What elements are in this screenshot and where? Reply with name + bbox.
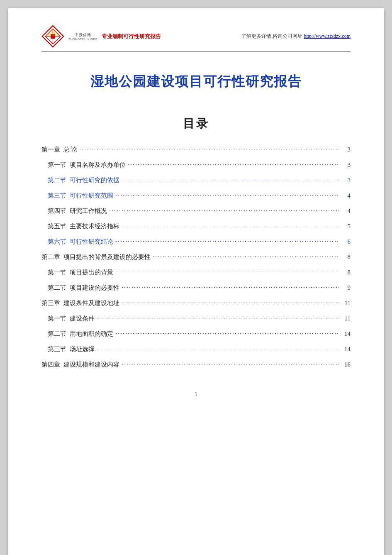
website-link[interactable]: http://www.ztxdzx.com xyxy=(304,33,351,39)
toc-chapter-label: 第四章 建设规模和建设内容 xyxy=(41,359,119,370)
toc-dots xyxy=(121,180,339,180)
header-tagline: 专业编制可行性研究报告 xyxy=(102,33,161,40)
toc-page-number: 3 xyxy=(341,159,351,171)
page-header: 中投信德 ZHONGTOUIXINDE 专业编制可行性研究报告 了解更多详情,咨… xyxy=(41,25,351,51)
toc-list: 第一章 总 论 3 第一节 项目名称及承办单位 3 第二节 可行性研究的依据 3… xyxy=(41,144,351,370)
toc-page-number: 16 xyxy=(341,359,351,370)
toc-item: 第二节 用地面积的确定 14 xyxy=(41,328,351,340)
toc-dots xyxy=(79,149,339,149)
toc-item: 第二节 可行性研究的依据 3 xyxy=(41,175,351,186)
toc-page-number: 4 xyxy=(341,190,351,201)
toc-page-number: 14 xyxy=(341,328,351,340)
toc-item: 第一节 项目名称及承办单位 3 xyxy=(41,159,351,171)
toc-dots xyxy=(121,287,339,288)
toc-chapter-label: 第四节 研究工作概况 xyxy=(41,205,107,217)
toc-item: 第四章 建设规模和建设内容 16 xyxy=(41,359,351,370)
toc-page-number: 11 xyxy=(341,298,351,309)
toc-chapter-label: 第三节 场址选择 xyxy=(41,344,95,355)
toc-item: 第五节 主要技术经济指标 5 xyxy=(41,221,351,232)
toc-item: 第二章 项目提出的背景及建设的必要性 8 xyxy=(41,252,351,263)
header-left: 中投信德 ZHONGTOUIXINDE 专业编制可行性研究报告 xyxy=(41,25,161,48)
toc-item: 第二节 项目建设的必要性 9 xyxy=(41,282,351,293)
toc-chapter-label: 第二节 可行性研究的依据 xyxy=(41,175,119,186)
toc-item: 第三节 场址选择 14 xyxy=(41,344,351,355)
toc-page-number: 6 xyxy=(341,236,351,247)
toc-dots xyxy=(127,164,339,165)
toc-title: 目录 xyxy=(41,116,351,132)
toc-chapter-label: 第一节 项目名称及承办单位 xyxy=(41,159,126,171)
toc-page-number: 11 xyxy=(341,313,351,324)
toc-chapter-label: 第二节 用地面积的确定 xyxy=(41,328,113,340)
toc-chapter-label: 第六节 可行性研究结论 xyxy=(41,236,113,247)
toc-dots xyxy=(96,349,339,349)
main-title: 湿地公园建设项目可行性研究报告 xyxy=(41,72,351,91)
toc-chapter-label: 第二章 项目提出的背景及建设的必要性 xyxy=(41,252,151,263)
toc-dots xyxy=(152,257,339,257)
toc-page-number: 3 xyxy=(341,175,351,186)
toc-chapter-label: 第三章 建设条件及建设地址 xyxy=(41,298,119,309)
toc-chapter-label: 第五节 主要技术经济指标 xyxy=(41,221,119,232)
toc-item: 第一章 总 论 3 xyxy=(41,144,351,155)
toc-dots xyxy=(115,333,339,334)
toc-dots xyxy=(96,318,339,318)
toc-chapter-label: 第二节 项目建设的必要性 xyxy=(41,282,119,293)
toc-dots xyxy=(115,241,339,242)
toc-page-number: 4 xyxy=(341,205,351,217)
toc-dots xyxy=(121,364,339,364)
svg-marker-5 xyxy=(45,29,61,36)
toc-page-number: 8 xyxy=(341,267,351,278)
toc-page-number: 5 xyxy=(341,221,351,232)
toc-item: 第三章 建设条件及建设地址 11 xyxy=(41,298,351,309)
toc-chapter-label: 第三节 可行性研究范围 xyxy=(41,190,113,201)
toc-item: 第一节 建设条件 11 xyxy=(41,313,351,324)
company-name-below-logo: 中投信德 ZHONGTOUIXINDE xyxy=(68,32,97,41)
toc-dots xyxy=(115,195,339,196)
toc-page-number: 9 xyxy=(341,282,351,293)
toc-item: 第一节 项目提出的背景 8 xyxy=(41,267,351,278)
toc-item: 第六节 可行性研究结论 6 xyxy=(41,236,351,247)
toc-page-number: 3 xyxy=(341,144,351,155)
company-logo xyxy=(41,25,64,48)
page-number: 1 xyxy=(41,391,351,398)
toc-dots xyxy=(115,272,339,272)
toc-page-number: 14 xyxy=(341,344,351,355)
toc-dots xyxy=(121,226,339,226)
document-page: 中投信德 ZHONGTOUIXINDE 专业编制可行性研究报告 了解更多详情,咨… xyxy=(8,8,384,555)
toc-dots xyxy=(109,210,339,211)
toc-chapter-label: 第一节 项目提出的背景 xyxy=(41,267,113,278)
toc-chapter-label: 第一章 总 论 xyxy=(41,144,77,155)
toc-item: 第三节 可行性研究范围 4 xyxy=(41,190,351,201)
header-contact: 了解更多详情,咨询公司网址 http://www.ztxdzx.com xyxy=(241,33,351,40)
toc-page-number: 8 xyxy=(341,252,351,263)
toc-chapter-label: 第一节 建设条件 xyxy=(41,313,95,324)
toc-dots xyxy=(121,303,339,303)
toc-item: 第四节 研究工作概况 4 xyxy=(41,205,351,217)
